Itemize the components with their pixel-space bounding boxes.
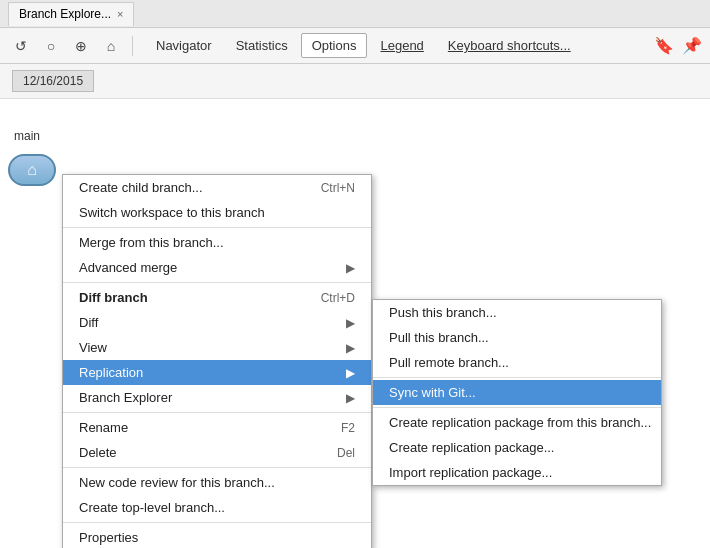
- forward-button[interactable]: ⊕: [68, 33, 94, 59]
- submenu-item-push-branch[interactable]: Push this branch...: [373, 300, 661, 325]
- context-menu: Create child branch... Ctrl+N Switch wor…: [62, 174, 372, 548]
- arrow-icon: ▶: [346, 366, 355, 380]
- menu-item-advanced-merge[interactable]: Advanced merge ▶: [63, 255, 371, 280]
- arrow-icon: ▶: [346, 261, 355, 275]
- submenu-replication: Push this branch... Pull this branch... …: [372, 299, 662, 486]
- submenu-item-pull-branch[interactable]: Pull this branch...: [373, 325, 661, 350]
- nav-link-keyboard-shortcuts[interactable]: Keyboard shortcuts...: [437, 33, 582, 58]
- menu-item-replication[interactable]: Replication ▶: [63, 360, 371, 385]
- menu-item-properties[interactable]: Properties: [63, 525, 371, 548]
- pin-icon[interactable]: 📌: [682, 36, 702, 55]
- submenu-item-pull-remote[interactable]: Pull remote branch...: [373, 350, 661, 375]
- nav-link-legend[interactable]: Legend: [369, 33, 434, 58]
- submenu-separator-1: [373, 377, 661, 378]
- menu-item-create-top-level[interactable]: Create top-level branch...: [63, 495, 371, 520]
- menu-separator-5: [63, 522, 371, 523]
- tab-label: Branch Explore...: [19, 7, 111, 21]
- menu-item-new-code-review[interactable]: New code review for this branch...: [63, 470, 371, 495]
- menu-separator-2: [63, 282, 371, 283]
- menu-separator-3: [63, 412, 371, 413]
- title-bar: Branch Explore... ×: [0, 0, 710, 28]
- stop-button[interactable]: ○: [38, 33, 64, 59]
- menu-item-delete[interactable]: Delete Del: [63, 440, 371, 465]
- refresh-button[interactable]: ↺: [8, 33, 34, 59]
- arrow-icon: ▶: [346, 391, 355, 405]
- date-bar: 12/16/2015: [0, 64, 710, 99]
- menu-item-rename[interactable]: Rename F2: [63, 415, 371, 440]
- toolbar: ↺ ○ ⊕ ⌂ Navigator Statistics Options Leg…: [0, 28, 710, 64]
- bookmark-area: 🔖 📌: [654, 36, 702, 55]
- arrow-icon: ▶: [346, 316, 355, 330]
- home-button[interactable]: ⌂: [98, 33, 124, 59]
- submenu-item-create-replication-from[interactable]: Create replication package from this bra…: [373, 410, 661, 435]
- nav-links: Navigator Statistics Options Legend Keyb…: [145, 33, 582, 58]
- branch-label: main: [14, 129, 40, 143]
- menu-separator-1: [63, 227, 371, 228]
- menu-item-switch-workspace[interactable]: Switch workspace to this branch: [63, 200, 371, 225]
- nav-link-options[interactable]: Options: [301, 33, 368, 58]
- menu-separator-4: [63, 467, 371, 468]
- date-badge: 12/16/2015: [12, 70, 94, 92]
- submenu-item-import-replication[interactable]: Import replication package...: [373, 460, 661, 485]
- bookmark-icon[interactable]: 🔖: [654, 36, 674, 55]
- arrow-icon: ▶: [346, 341, 355, 355]
- home-icon: ⌂: [27, 161, 37, 179]
- menu-item-create-child-branch[interactable]: Create child branch... Ctrl+N: [63, 175, 371, 200]
- menu-item-diff[interactable]: Diff ▶: [63, 310, 371, 335]
- content-area: main ⌂ Create child branch... Ctrl+N Swi…: [0, 99, 710, 548]
- submenu-separator-2: [373, 407, 661, 408]
- nav-link-navigator[interactable]: Navigator: [145, 33, 223, 58]
- submenu-item-create-replication[interactable]: Create replication package...: [373, 435, 661, 460]
- menu-item-branch-explorer[interactable]: Branch Explorer ▶: [63, 385, 371, 410]
- tab-close-button[interactable]: ×: [117, 8, 123, 20]
- menu-item-diff-branch[interactable]: Diff branch Ctrl+D: [63, 285, 371, 310]
- submenu-item-sync-git[interactable]: Sync with Git...: [373, 380, 661, 405]
- menu-item-view[interactable]: View ▶: [63, 335, 371, 360]
- tab[interactable]: Branch Explore... ×: [8, 2, 134, 26]
- menu-item-merge-from[interactable]: Merge from this branch...: [63, 230, 371, 255]
- branch-icon[interactable]: ⌂: [8, 154, 56, 186]
- toolbar-separator: [132, 36, 133, 56]
- nav-link-statistics[interactable]: Statistics: [225, 33, 299, 58]
